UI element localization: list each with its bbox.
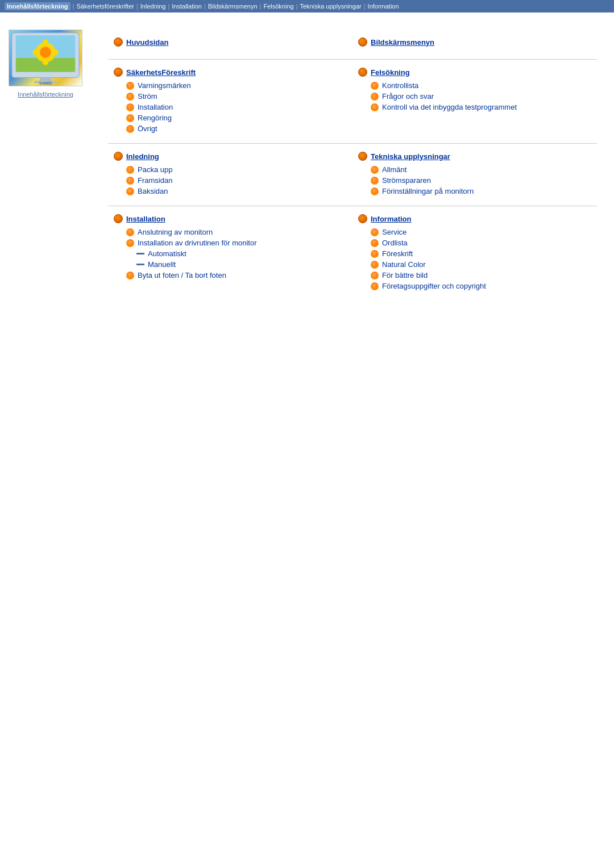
list-item: Företagsuppgifter och copyright (358, 282, 591, 290)
section-title[interactable]: Felsökning (371, 68, 410, 77)
item-link[interactable]: Automatiskt (148, 249, 186, 258)
list-item: Natural Color (358, 260, 591, 269)
section-title[interactable]: Tekniska upplysningar (371, 152, 450, 161)
section-icon (114, 68, 123, 77)
column: InstallationAnslutning av monitornInstal… (108, 214, 352, 293)
item-link[interactable]: Frågor och svar (382, 92, 434, 101)
section-header: Installation (114, 214, 347, 223)
nav-item-1[interactable]: Säkerhetsföreskrifter (76, 3, 134, 10)
column: Tekniska upplysningarAllmäntStrömsparare… (352, 152, 597, 198)
main-container: SAMS Innehållsförteckning HuvudsidanBild… (0, 12, 614, 318)
list-item: Service (358, 228, 591, 236)
sidebar: SAMS Innehållsförteckning (0, 24, 91, 306)
section-header: Felsökning (358, 68, 591, 77)
item-link[interactable]: Ordlista (382, 239, 408, 247)
list-item: Automatiskt (114, 249, 347, 258)
arrow-icon (126, 187, 134, 195)
item-link[interactable]: Förinställningar på monitorn (382, 187, 474, 195)
arrow-icon (371, 250, 379, 258)
item-link[interactable]: Service (382, 228, 406, 236)
section-title[interactable]: SäkerhetsFöreskrift (126, 68, 196, 77)
arrow-icon (126, 125, 134, 133)
arrow-icon (126, 103, 134, 111)
section-icon (114, 37, 123, 47)
nav-item-3[interactable]: Installation (172, 3, 202, 10)
arrow-icon (126, 272, 134, 279)
item-link[interactable]: Manuellt (148, 260, 176, 269)
item-link[interactable]: Rengöring (138, 114, 172, 122)
nav-item-2[interactable]: Inledning (140, 3, 166, 10)
list-item: Framsidan (114, 176, 347, 185)
section-header: Information (358, 214, 591, 223)
arrow-icon (126, 177, 134, 185)
arrow-icon (126, 228, 134, 236)
svg-point-7 (32, 49, 38, 55)
arrow-icon (371, 272, 379, 279)
list-item: Frågor och svar (358, 92, 591, 101)
item-link[interactable]: Installation av drivrutinen för monitor (138, 239, 257, 247)
logo-image: SAMS (9, 30, 82, 86)
item-link[interactable]: För bättre bild (382, 271, 428, 279)
section-title[interactable]: Inledning (126, 152, 159, 161)
nav-item-5[interactable]: Felsökning (263, 3, 293, 10)
section-icon (358, 37, 367, 47)
column: Huvudsidan (108, 37, 352, 51)
list-item: Installation (114, 103, 347, 111)
logo-area: SAMS (9, 30, 82, 86)
section-header: Inledning (114, 152, 347, 161)
svg-point-5 (43, 40, 48, 45)
nav-item-7[interactable]: Information (368, 3, 399, 10)
item-link[interactable]: Anslutning av monitorn (138, 228, 213, 236)
arrow-icon (371, 93, 379, 101)
arrow-icon (126, 114, 134, 122)
nav-item-0[interactable]: Innehållsförteckning (5, 2, 70, 10)
list-item: Kontrollista (358, 81, 591, 90)
content-area: HuvudsidanBildskärmsmenynSäkerhetsFöresk… (91, 24, 614, 306)
sidebar-label[interactable]: Innehållsförteckning (18, 91, 73, 98)
list-item: Strömspararen (358, 176, 591, 185)
column: FelsökningKontrollistaFrågor och svarKon… (352, 68, 597, 135)
item-link[interactable]: Framsidan (138, 176, 172, 185)
section-title[interactable]: Huvudsidan (126, 38, 168, 47)
list-item: Baksidan (114, 187, 347, 195)
nav-separator: | (260, 3, 262, 10)
section-title[interactable]: Information (371, 215, 412, 223)
arrow-icon (371, 187, 379, 195)
item-link[interactable]: Varningsmärken (138, 81, 191, 90)
section-title[interactable]: Installation (126, 215, 165, 223)
list-item: Kontroll via det inbyggda testprogrammet (358, 103, 591, 111)
list-item: Allmänt (358, 165, 591, 174)
item-link[interactable]: Företagsuppgifter och copyright (382, 282, 486, 290)
list-item: För bättre bild (358, 271, 591, 279)
nav-separator: | (136, 3, 138, 10)
list-item: Rengöring (114, 114, 347, 122)
top-navigation: (function() { const data = JSON.parse(do… (0, 0, 614, 12)
item-link[interactable]: Baksidan (138, 187, 168, 195)
item-link[interactable]: Installation (138, 103, 173, 111)
item-link[interactable]: Strömspararen (382, 176, 431, 185)
item-link[interactable]: Packa upp (138, 165, 172, 174)
section-header: Huvudsidan (114, 37, 347, 47)
nav-separator: | (364, 3, 366, 10)
section-row-3: InstallationAnslutning av monitornInstal… (108, 206, 597, 301)
arrow-icon (371, 239, 379, 247)
item-link[interactable]: Natural Color (382, 260, 426, 269)
list-item: Anslutning av monitorn (114, 228, 347, 236)
section-icon (358, 152, 367, 161)
column: Bildskärmsmenyn (352, 37, 597, 51)
item-link[interactable]: Övrigt (138, 124, 157, 133)
item-link[interactable]: Föreskrift (382, 249, 413, 258)
column: SäkerhetsFöreskriftVarningsmärkenStrömIn… (108, 68, 352, 135)
item-link[interactable]: Kontroll via det inbyggda testprogrammet (382, 103, 517, 111)
nav-item-4[interactable]: Bildskärmsmenyn (208, 3, 258, 10)
list-item: Ström (114, 92, 347, 101)
section-title[interactable]: Bildskärmsmenyn (371, 38, 434, 47)
section-icon (114, 152, 123, 161)
arrow-icon (126, 166, 134, 174)
item-link[interactable]: Kontrollista (382, 81, 418, 90)
item-link[interactable]: Ström (138, 92, 157, 101)
item-link[interactable]: Byta ut foten / Ta bort foten (138, 271, 226, 279)
item-link[interactable]: Allmänt (382, 165, 406, 174)
arrow-icon (126, 82, 134, 90)
nav-item-6[interactable]: Tekniska upplysningar (300, 3, 361, 10)
